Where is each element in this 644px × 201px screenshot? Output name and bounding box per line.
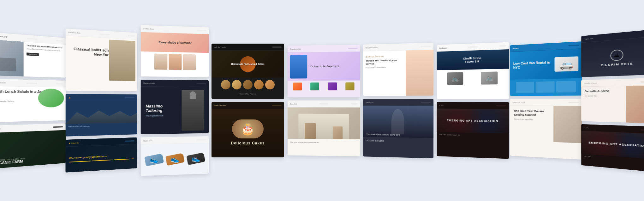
- kids-card[interactable]: Grandma's Attic It's time to be Superher…: [288, 45, 360, 98]
- massimo-body: Massimo Tailoring We're passionate: [141, 87, 209, 134]
- dreams-card[interactable]: Wanderlust The land where dreams come tr…: [363, 99, 433, 158]
- lake-village-card[interactable]: ⛺ Welcome to the Residence: [66, 94, 137, 136]
- electric-logo: ⚡ Joiner Co: [69, 142, 79, 144]
- wedding-card[interactable]: Daniella & Jared She Said Yes! We are Ge…: [510, 99, 582, 160]
- interior-text: The land where dreams come true: [288, 139, 360, 146]
- massimo-person: [182, 90, 204, 131]
- nav-line-daniella: [641, 81, 644, 82]
- column-6: Beaumont Studio Emma Jensen Thread and n…: [363, 43, 433, 158]
- nav-line-bike: [468, 46, 478, 48]
- van-rental-card[interactable]: Rentals Low Cost Van Rental in NYC: [510, 41, 582, 96]
- column-2: Passion & Tutu Classical ballet school b…: [66, 28, 137, 172]
- shoes-store-card[interactable]: Shoes Store: [141, 136, 209, 176]
- emma-text-side: Emma Jensen Thread and needle at your se…: [363, 50, 406, 96]
- fresh-body: Fresh Lunch Salads in a Jar Most Popular…: [0, 86, 66, 122]
- wire-2: [92, 160, 113, 161]
- nav-line-kids: [348, 47, 357, 49]
- column-5: Grandma's Attic It's time to be Superher…: [288, 45, 360, 156]
- nav-line-interior: [319, 103, 329, 104]
- column-7: Bio Models Cinelli StratoFaster 5.9: [437, 42, 509, 159]
- wedding-photo: [553, 106, 582, 143]
- daniella-sub: Our special day: [585, 94, 622, 97]
- nav-line-ballet2: [128, 35, 134, 37]
- art-logo: E.A.A.: [439, 104, 444, 106]
- pilgrim-pete-card[interactable]: Pilgrim Pete Pilgrim Pete: [581, 29, 644, 77]
- interior-body: The land where dreams come true: [288, 107, 360, 156]
- van-options: [510, 78, 582, 95]
- emma-jensen-card[interactable]: Beaumont Studio Emma Jensen Thread and n…: [363, 43, 433, 96]
- food-product-5: [265, 80, 275, 89]
- daniella-card[interactable]: Daniella & Jared Daniella & Jared Our sp…: [581, 78, 644, 123]
- emma-layout: Emma Jensen Thread and needle at your se…: [363, 50, 433, 96]
- nav-line-clothing: [197, 30, 206, 31]
- fashion-body: Trends in Autumn Streets About Elegant f…: [0, 40, 66, 78]
- ballet-image: [109, 40, 135, 81]
- interior-furniture-2: [333, 126, 343, 139]
- card-header-cakes: Sweet Patisserie: [212, 102, 284, 109]
- interior-card[interactable]: Dora Arial The land where dreams come tr…: [288, 100, 360, 156]
- kids-boy: [290, 55, 307, 78]
- art-hero: Emerging Art Association: [437, 109, 509, 133]
- wire-1: [69, 161, 91, 162]
- dreams-text-overlay: The land where dreams come true: [366, 133, 400, 136]
- wedding-text: She Said Yes! We are Getting Married Joi…: [510, 106, 554, 142]
- fashion-button[interactable]: Get in Touch: [27, 52, 39, 56]
- nav-line-4: [56, 83, 63, 84]
- cakes-store-card[interactable]: Sweet Patisserie Delicious Cakes: [212, 102, 284, 157]
- organic-farm-card[interactable]: ORGANIC Welcome to Green Hill Organic Fa…: [0, 123, 66, 169]
- food-products: [212, 77, 284, 92]
- massimo-subtitle: We're passionate: [146, 114, 177, 117]
- food-hero-text: Homemade Fruit Jams & Jellies: [231, 63, 264, 65]
- nav-line-shoes: [197, 139, 206, 140]
- interior-room: [298, 114, 349, 139]
- pilgrim-name: Pilgrim Pete: [601, 62, 633, 67]
- nav-line-5: [53, 126, 63, 128]
- food-store-card[interactable]: Lady Marmalade Homemade Fruit Jams & Jel…: [212, 44, 284, 99]
- column-8: Rentals Low Cost Van Rental in NYC: [510, 41, 582, 160]
- clothing-store-card[interactable]: Clothing Store Every shade of summer: [141, 25, 209, 77]
- organic-logo: ORGANIC: [0, 128, 1, 130]
- nav-line-art2: [641, 129, 644, 131]
- massimo-content: Massimo Tailoring We're passionate: [141, 87, 209, 134]
- nav-line-wedding: [568, 102, 579, 103]
- wedding-headline: She Said Yes! We are Getting Married: [514, 109, 549, 117]
- dreams-text: Discover the world: [363, 137, 433, 145]
- wire-3: [114, 158, 134, 160]
- fashion-blog-card[interactable]: FASHION BLOG Trends in Autumn Streets Ab…: [0, 32, 66, 77]
- shoes-logo: Shoes Store: [143, 140, 152, 142]
- van-text: Low Cost Van Rental in NYC: [513, 60, 551, 70]
- daniella-body: Daniella & Jared Our special day: [581, 85, 644, 123]
- column-9: Pilgrim Pete Pilgrim Pete Daniella & Jar…: [581, 29, 644, 172]
- bike-shop-card[interactable]: Bio Models Cinelli StratoFaster 5.9: [437, 42, 509, 99]
- fresh-lunch-card[interactable]: Lunch & Salads Fresh Lunch Salads in a J…: [0, 79, 66, 122]
- card-header-lake: ⛺: [66, 94, 137, 101]
- column-4: Lady Marmalade Homemade Fruit Jams & Jel…: [212, 44, 284, 157]
- pilgrim-logo-text: Pilgrim Pete: [584, 37, 593, 40]
- van-logo: Rentals: [513, 47, 519, 49]
- art-assoc-card-2[interactable]: E.A.A. Emerging Art Association Est. 198…: [581, 124, 644, 172]
- emma-title: Thread and needle at your service: [366, 59, 403, 66]
- nav-line-interior2: [351, 103, 357, 105]
- electrician-card[interactable]: ⚡ Joiner Co 24/7 Emergency Electricians: [66, 137, 137, 173]
- fresh-content: Fresh Lunch Salads in a Jar Most Popular…: [0, 86, 66, 106]
- clothing-product-1: [154, 54, 168, 70]
- art-title: Emerging Art Association: [447, 119, 498, 123]
- nav-line-ballet: [99, 33, 110, 35]
- cakes-hero: Delicious Cakes: [212, 109, 284, 156]
- daniella-logo: Daniella & Jared: [584, 82, 597, 84]
- ballet-school-card[interactable]: Passion & Tutu Classical ballet school b…: [66, 28, 137, 91]
- nav-line-2: [56, 40, 63, 41]
- art-association-card[interactable]: E.A.A. Emerging Art Association Est. 198…: [437, 102, 509, 159]
- nav-dot-1: FASHION BLOG: [0, 35, 7, 38]
- wedding-body: She Said Yes! We are Getting Married Joi…: [510, 106, 582, 143]
- lake-body: Welcome to the Residence: [66, 101, 137, 137]
- nav-line-electric: [125, 140, 134, 142]
- clothing-hero: Every shade of summer: [141, 32, 209, 53]
- daniella-headline: Daniella & Jared: [585, 89, 622, 93]
- grid-wrapper: FASHION BLOG Trends in Autumn Streets Ab…: [0, 20, 644, 181]
- food-hero: Homemade Fruit Jams & Jellies: [212, 51, 284, 77]
- food-product-1: [221, 80, 230, 89]
- card-header-2: Lunch & Salads: [0, 79, 66, 87]
- ballet-body: Classical ballet school based in New Yor…: [66, 36, 137, 91]
- massimo-tailoring-card[interactable]: Massimo Atelier Massimo Tailoring We're …: [141, 80, 209, 134]
